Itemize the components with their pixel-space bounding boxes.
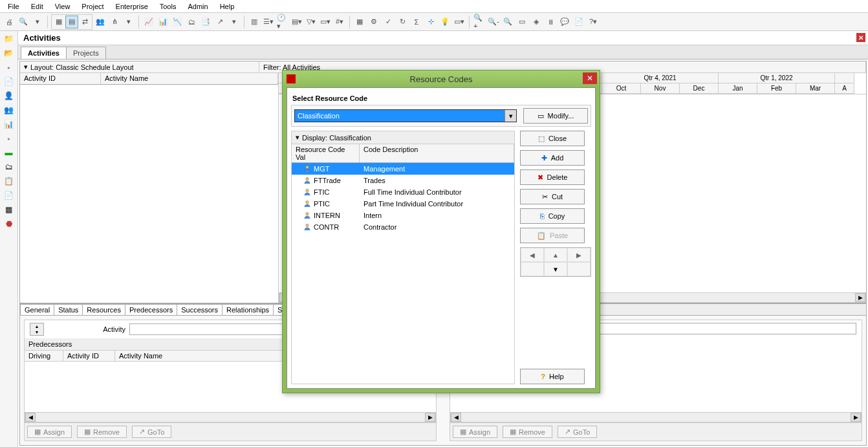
col-pred-activity-id[interactable]: Activity ID [63,351,115,361]
tab-resources[interactable]: Resources [82,304,125,315]
sidebar-projects-icon[interactable]: 📁 [4,34,14,44]
succ-hscroll[interactable]: ◀ ▶ [450,412,862,422]
menu-help[interactable]: Help [215,1,240,12]
bars-icon[interactable]: ☰▾ [262,16,275,28]
sidebar-reports-icon[interactable]: 📊 [4,119,14,129]
remove-button[interactable]: ▦Remove [77,426,127,438]
sidebar-expenses-icon[interactable]: ▦ [4,204,14,215]
code-row[interactable]: INTERNIntern [292,210,514,221]
sidebar-open-icon[interactable]: 📂 [4,48,14,58]
nav-up[interactable]: ▲ [544,248,567,262]
code-row[interactable]: PTICPart Time Individual Contributor [292,198,514,210]
scroll-right-icon[interactable]: ▶ [425,413,435,422]
chart3-icon[interactable]: 📉 [171,16,184,28]
code-row[interactable]: FTTradeTrades [292,175,514,186]
store-icon[interactable]: ▭▾ [453,16,466,28]
wbs-icon[interactable]: 👥 [94,16,107,28]
menu-view[interactable]: View [50,1,76,12]
tab-status[interactable]: Status [54,304,83,315]
sidebar-wp-icon[interactable]: 📄 [4,190,14,201]
tab-activities[interactable]: Activities [21,47,67,59]
layout-icon[interactable]: ▭▾ [319,16,332,28]
menu-admin[interactable]: Admin [182,1,213,12]
view-table-icon[interactable]: ▦ [52,16,65,28]
chart5-icon[interactable]: 📑 [199,16,212,28]
goto-button-2[interactable]: ↗GoTo [558,426,597,438]
print-preview-icon[interactable]: 🔍 [17,16,30,28]
menu-file[interactable]: File [3,1,25,12]
close-button[interactable]: ⬚Close [520,131,585,146]
scroll-left-icon[interactable]: ◀ [451,413,461,422]
zoom-fit-icon[interactable]: 🔍 [501,16,514,28]
scroll-right-icon[interactable]: ▶ [851,413,861,422]
cut-button[interactable]: ✂Cut [520,189,585,204]
sidebar-resources-icon[interactable]: 👤 [4,91,14,101]
chart6-icon[interactable]: ↗ [213,16,226,28]
nav-down[interactable]: ▼ [544,262,567,276]
dropdown3-icon[interactable]: ▾ [228,16,241,28]
updown-control[interactable]: ▲▼ [30,323,44,336]
dropdown-icon[interactable]: ▾ [31,16,44,28]
tab-general[interactable]: General [20,304,54,315]
tab-projects[interactable]: Projects [66,47,106,59]
spotlight-icon[interactable]: 💡 [439,16,451,28]
assign-button[interactable]: ▦Assign [27,426,72,438]
close-view-icon[interactable]: ✕ [856,33,865,42]
recalc-icon[interactable]: ↻ [396,16,409,28]
apply-icon[interactable]: ✓ [382,16,395,28]
chart2-icon[interactable]: 📊 [157,16,169,28]
help-button[interactable]: ?Help [520,369,585,384]
scroll-left-icon[interactable]: ◀ [25,413,36,422]
nav-right[interactable]: ▶ [567,248,591,262]
view-gantt-icon[interactable]: ▤ [65,16,78,28]
tab-predecessors[interactable]: Predecessors [125,304,177,315]
assign-button-2[interactable]: ▦Assign [453,426,497,438]
chart4-icon[interactable]: 🗂 [185,16,198,28]
pred-hscroll[interactable]: ◀ ▶ [25,412,436,422]
tree-icon[interactable]: ⋔ [108,16,121,28]
tab-relationships[interactable]: Relationships [222,304,274,315]
modify-button[interactable]: ▭ Modify... [523,108,588,124]
expand-icon[interactable]: ▭ [515,16,528,28]
sidebar-doc-icon[interactable]: 📄 [4,76,14,87]
dialog-close-icon[interactable]: ✕ [583,72,597,84]
group-icon[interactable]: ▤▾ [290,16,303,28]
copy-button[interactable]: ⎘Copy [520,208,585,224]
collapse-icon[interactable]: ◈ [530,16,543,28]
dropdown2-icon[interactable]: ▾ [122,16,135,28]
display-bar[interactable]: ▾ Display: Classification [292,131,514,144]
zoom-in-icon[interactable]: 🔍+ [473,16,486,28]
paste-button[interactable]: 📋Paste [520,228,585,243]
classification-combo[interactable]: Classification ▾ [294,109,517,122]
code-row[interactable]: MGTManagement [292,163,514,175]
sidebar-wbs-icon[interactable]: 🗂 [4,162,14,172]
sidebar-arrow-icon[interactable]: ▸ [4,62,14,72]
nav-left[interactable]: ◀ [521,248,544,262]
col-activity-id[interactable]: Activity ID [20,73,101,84]
schedule-icon[interactable]: ▦ [353,16,366,28]
zoom-out-icon[interactable]: 🔍- [487,16,500,28]
timescale-icon[interactable]: 🕐▾ [276,16,289,28]
delete-button[interactable]: ✖Delete [520,169,585,185]
chevron-down-icon[interactable]: ▾ [505,110,516,122]
help-icon[interactable]: ?▾ [587,16,600,28]
code-row[interactable]: CONTRContractor [292,221,514,233]
goto-button[interactable]: ↗GoTo [132,426,171,438]
code-row[interactable]: FTICFull Time Individual Contributor [292,186,514,198]
sidebar-activities-icon[interactable]: 📋 [4,176,14,186]
remove-button-2[interactable]: ▦Remove [503,426,552,438]
level-icon[interactable]: ⚙ [367,16,380,28]
sidebar-arrow2-icon[interactable]: ▸ [4,133,14,144]
chevron-down-icon[interactable]: ▾ [296,133,299,142]
summarize-icon[interactable]: Σ [410,16,423,28]
add-button[interactable]: ✚Add [520,150,585,166]
sidebar-thresholds-icon[interactable]: ⬣ [4,219,14,229]
menu-enterprise[interactable]: Enterprise [111,1,153,12]
scroll-right-icon[interactable]: ▶ [855,293,865,302]
print-icon[interactable]: 🖨 [3,16,16,28]
col-activity-name[interactable]: Activity Name [101,73,278,84]
menu-project[interactable]: Project [76,1,109,12]
tab-successors[interactable]: Successors [177,304,222,315]
col-code-desc[interactable]: Code Description [360,144,514,162]
columns-icon[interactable]: ▥ [248,16,261,28]
